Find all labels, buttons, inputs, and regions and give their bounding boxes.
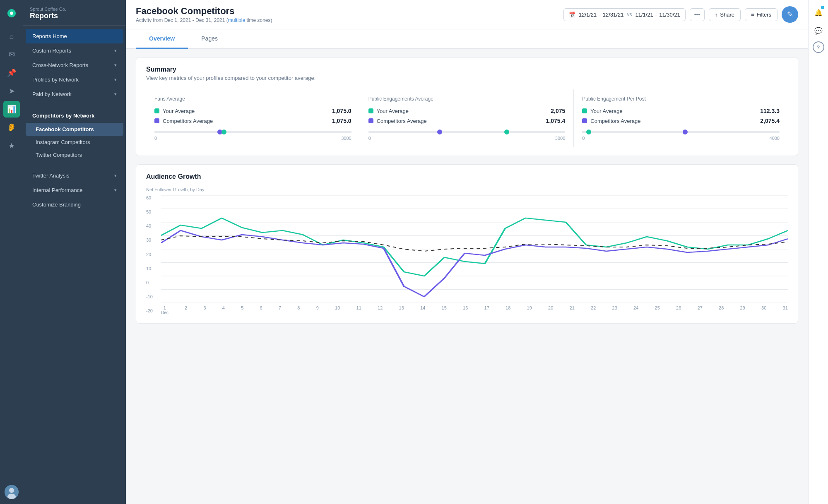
sidebar-item-twitter-analysis[interactable]: Twitter Analysis ▾	[26, 168, 123, 183]
tab-pages-label: Pages	[201, 35, 218, 42]
epp-your-dot	[582, 108, 587, 113]
y-label-0: 0	[146, 280, 161, 285]
sidebar-item-label: Profiles by Network	[32, 77, 79, 83]
share-button[interactable]: ↑ Share	[709, 8, 741, 21]
share-label: Share	[720, 12, 734, 18]
metric-epp-comp-row: Competitors Average 2,075.4	[582, 118, 780, 124]
nav-reviews-icon[interactable]: ★	[3, 137, 20, 154]
tab-pages[interactable]: Pages	[188, 29, 231, 49]
dotted-trend-line	[161, 236, 788, 251]
y-axis: 60 50 40 30 20 10 0 -10 -20	[146, 195, 161, 315]
topbar-right: 📅 12/1/21 – 12/31/21 vs 11/1/21 – 11/30/…	[563, 6, 798, 23]
sidebar-subitem-twitter-competitors[interactable]: Twitter Competitors	[26, 149, 123, 161]
compare-range-text: 11/1/21 – 11/30/21	[635, 12, 680, 18]
metric-fans-comp-indicator: Competitors Average	[154, 118, 213, 124]
eng-slider-track	[368, 131, 566, 133]
y-label-50: 50	[146, 209, 161, 214]
y-label-20: 20	[146, 252, 161, 257]
nav-inbox-icon[interactable]: ✉	[3, 46, 20, 63]
chevron-down-icon: ▾	[114, 62, 117, 68]
sidebar-item-label: Paid by Network	[32, 91, 72, 97]
epp-your-value: 112.3.3	[760, 108, 780, 114]
date-range-button[interactable]: 📅 12/1/21 – 12/31/21 vs 11/1/21 – 11/30/…	[563, 8, 686, 21]
sidebar-divider	[30, 105, 119, 105]
notification-icon[interactable]: 🔔	[811, 5, 826, 20]
filters-button[interactable]: ≡ Filters	[745, 8, 777, 21]
sidebar-divider-2	[30, 165, 119, 165]
audience-growth-card: Audience Growth Net Follower Growth, by …	[136, 164, 798, 324]
chart-area: 1 Dec 2 3 4 5 6 7 8 9 10 11	[161, 195, 788, 315]
x-label-2: 2	[185, 305, 187, 315]
metric-fans-comp-row: Competitors Average 1,075.0	[154, 118, 351, 124]
metric-engagements-average: Public Engagements Average Your Average …	[360, 89, 574, 147]
summary-subtitle: View key metrics of your profiles compar…	[146, 75, 788, 81]
sidebar-item-competitors-by-network[interactable]: Competitors by Network	[26, 108, 123, 123]
metric-epp-comp-indicator: Competitors Average	[582, 118, 640, 124]
timezone-suffix: time zones)	[245, 17, 272, 23]
chart-container: 60 50 40 30 20 10 0 -10 -20	[146, 195, 788, 315]
eng-comp-value: 1,075.4	[546, 118, 566, 124]
metric-eng-label: Public Engagements Average	[368, 96, 566, 102]
y-label-30: 30	[146, 238, 161, 242]
chevron-down-icon: ▾	[114, 173, 117, 178]
x-label-30: 30	[761, 305, 766, 315]
epp-comp-dot	[582, 118, 587, 123]
x-label-25: 25	[655, 305, 660, 315]
sidebar-item-label: Customize Branding	[32, 202, 81, 208]
timezone-link[interactable]: multiple	[228, 17, 245, 23]
nav-tasks-icon[interactable]: 📌	[3, 65, 20, 81]
app-logo[interactable]	[3, 5, 20, 22]
metric-fans-average: Fans Average Your Average 1,075.0 Co	[146, 89, 360, 147]
user-avatar[interactable]	[5, 485, 19, 499]
nav-home-icon[interactable]: ⌂	[3, 28, 20, 45]
metric-fans-your-row: Your Average 1,075.0	[154, 108, 351, 114]
sidebar-item-internal-performance[interactable]: Internal Performance ▾	[26, 183, 123, 197]
metric-epp-your-row: Your Average 112.3.3	[582, 108, 780, 114]
sidebar-item-paid-by-network[interactable]: Paid by Network ▾	[26, 87, 123, 101]
sidebar-item-cross-network[interactable]: Cross-Network Reports ▾	[26, 58, 123, 72]
eng-comp-dot	[368, 118, 373, 123]
compose-button[interactable]: ✎	[782, 6, 798, 23]
sidebar-header: Sprout Coffee Co. Reports	[23, 0, 126, 26]
sidebar-item-reports-home[interactable]: Reports Home	[26, 29, 123, 43]
fans-comp-value: 1,075.0	[332, 118, 351, 124]
y-label-minus20: -20	[146, 308, 161, 313]
summary-title: Summary	[146, 66, 788, 73]
nav-analytics-icon[interactable]: 📊	[3, 101, 20, 118]
x-label-5: 5	[241, 305, 243, 315]
x-label-17: 17	[484, 305, 489, 315]
sidebar-item-custom-reports[interactable]: Custom Reports ▾	[26, 43, 123, 58]
y-label-60: 60	[146, 195, 161, 200]
chevron-down-icon: ▾	[114, 91, 117, 97]
company-name: Sprout Coffee Co.	[30, 7, 119, 12]
fans-your-dot	[154, 108, 159, 113]
sidebar-subitem-label: Facebook Competitors	[36, 126, 94, 132]
filters-label: Filters	[757, 12, 771, 18]
sidebar-item-profiles-by-network[interactable]: Profiles by Network ▾	[26, 72, 123, 87]
tabs-bar: Overview Pages	[126, 29, 808, 49]
x-label-21: 21	[570, 305, 575, 315]
chat-icon[interactable]: 💬	[811, 23, 826, 38]
help-icon[interactable]: ?	[813, 41, 824, 53]
metric-eng-comp-row: Competitors Average 1,075.4	[368, 118, 566, 124]
sidebar-subitem-instagram-competitors[interactable]: Instagram Competitors	[26, 136, 123, 149]
x-label-9: 9	[316, 305, 319, 315]
x-label-3: 3	[203, 305, 206, 315]
filter-icon: ≡	[751, 12, 754, 18]
x-label-24: 24	[633, 305, 638, 315]
sidebar-item-label: Competitors by Network	[32, 113, 94, 119]
metric-engagement-per-post: Public Engagement Per Post Your Average …	[574, 89, 788, 147]
teal-line	[161, 218, 788, 276]
x-label-11: 11	[356, 305, 361, 315]
x-label-13: 13	[399, 305, 404, 315]
tab-overview[interactable]: Overview	[136, 29, 188, 49]
more-options-button[interactable]: •••	[690, 8, 705, 21]
chevron-down-icon: ▾	[114, 77, 117, 82]
fans-your-label: Your Average	[163, 108, 195, 114]
nav-listening-icon[interactable]: 👂	[3, 119, 20, 136]
nav-publish-icon[interactable]: ➤	[3, 83, 20, 99]
x-label-1: 1 Dec	[161, 305, 168, 315]
sidebar-subitem-facebook-competitors[interactable]: Facebook Competitors	[26, 123, 123, 136]
right-icon-rail: 🔔 💬 ?	[808, 0, 828, 504]
sidebar-item-customize-branding[interactable]: Customize Branding	[26, 197, 123, 212]
